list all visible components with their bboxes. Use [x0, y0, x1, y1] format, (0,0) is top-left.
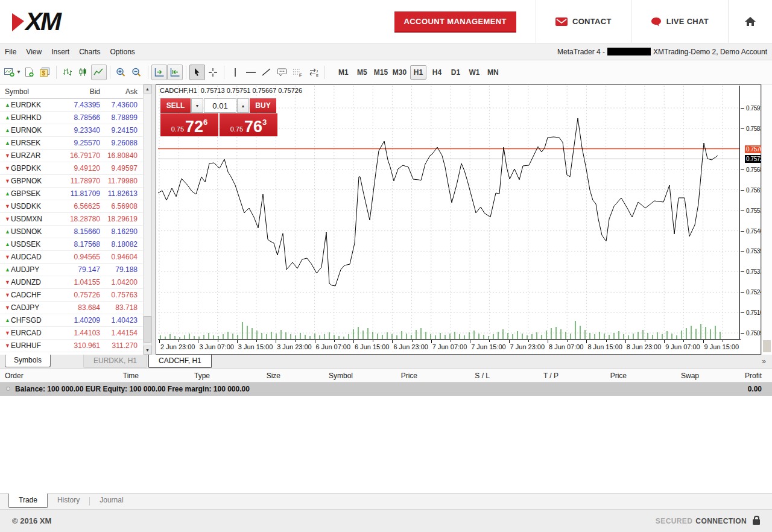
order-column-type[interactable]: Type — [139, 372, 210, 380]
crosshair-button[interactable] — [205, 65, 221, 80]
market-watch-row[interactable]: ▲USDNOK8.156608.16290 — [0, 226, 151, 238]
toolbar-divider — [56, 66, 57, 79]
market-watch-scrollbar[interactable]: ▲ ▼ — [143, 84, 151, 355]
zoom-out-button[interactable] — [129, 65, 145, 80]
buy-price-box[interactable]: 0.75 76 3 — [220, 113, 277, 136]
vertical-line-button[interactable] — [227, 65, 243, 80]
chart-tab-cadchf-h1[interactable]: CADCHF, H1 — [148, 355, 212, 368]
candlestick-chart-button[interactable] — [75, 65, 91, 80]
home-button[interactable] — [729, 0, 772, 43]
market-watch-row[interactable]: ▼EURCAD1.441031.44154 — [0, 327, 151, 340]
cursor-button[interactable] — [189, 65, 205, 80]
market-watch-row[interactable]: ▼CADCHF0.757260.75763 — [0, 289, 151, 302]
volume-down-button[interactable]: ▼ — [191, 98, 203, 113]
time-axis[interactable]: 2 Jun 23:003 Jun 07:003 Jun 15:003 Jun 2… — [158, 340, 741, 355]
market-watch-row[interactable]: ▼USDDKK6.566256.56908 — [0, 200, 151, 213]
order-column-symbol[interactable]: Symbol — [280, 372, 353, 380]
auto-scroll-button[interactable] — [151, 65, 167, 80]
order-column-size[interactable]: Size — [210, 372, 280, 380]
order-column-order[interactable]: Order — [0, 372, 72, 380]
timeframe-h1[interactable]: H1 — [410, 65, 426, 80]
market-watch-row[interactable]: ▼USDMXN18.2878018.29619 — [0, 213, 151, 226]
timeframe-mn[interactable]: MN — [485, 65, 501, 80]
market-watch-row[interactable]: ▲EURHKD8.785668.78899 — [0, 112, 151, 124]
new-page-button[interactable] — [22, 65, 37, 80]
column-symbol[interactable]: Symbol — [0, 87, 60, 96]
order-column-sl[interactable]: S / L — [417, 372, 490, 380]
timeframe-m15[interactable]: M15 — [373, 65, 389, 80]
timeframe-m1[interactable]: M1 — [335, 65, 352, 80]
order-column-price[interactable]: Price — [353, 372, 417, 380]
menu-view[interactable]: View — [21, 48, 46, 56]
live-chat-button[interactable]: LIVE CHAT — [631, 0, 728, 43]
fibonacci-button[interactable]: F — [290, 65, 306, 80]
market-watch-panel: Symbol Bid Ask ▲EURDKK7.433957.43600▲EUR… — [0, 84, 152, 355]
contact-button[interactable]: CONTACT — [536, 0, 631, 43]
timeframe-m5[interactable]: M5 — [354, 65, 370, 80]
market-watch-row[interactable]: ▲GBPSEK11.8170911.82613 — [0, 188, 151, 200]
order-column-swap[interactable]: Swap — [627, 372, 699, 380]
timeframe-w1[interactable]: W1 — [466, 65, 482, 80]
new-order-button[interactable]: $ — [37, 65, 53, 80]
scrollbar-thumb[interactable] — [144, 316, 151, 343]
symbols-tab[interactable]: Symbols — [5, 355, 51, 367]
sell-button[interactable]: SELL — [160, 98, 191, 113]
bid-value: 9.25570 — [60, 139, 100, 147]
chart-tab-eurdkk-h1[interactable]: EURDKK, H1 — [83, 355, 147, 368]
sell-price-box[interactable]: 0.75 72 6 — [160, 113, 218, 136]
market-watch-row[interactable]: ▲EURDKK7.433957.43600 — [0, 99, 151, 112]
volume-input[interactable]: 0.01 — [204, 98, 236, 113]
buy-button[interactable]: BUY — [250, 98, 276, 113]
column-ask[interactable]: Ask — [100, 87, 138, 96]
market-watch-row[interactable]: ▲EURSEK9.255709.26088 — [0, 137, 151, 150]
balance-row[interactable]: Balance: 100 000.00 EUR Equity: 100 000.… — [0, 382, 772, 396]
menu-file[interactable]: File — [0, 48, 21, 56]
contact-label: CONTACT — [572, 17, 612, 26]
menu-insert[interactable]: Insert — [46, 48, 74, 56]
volume-up-button[interactable]: ▲ — [237, 98, 249, 113]
market-watch-row[interactable]: ▲AUDJPY79.14779.188 — [0, 264, 151, 276]
market-watch-row[interactable]: ▼GBPDKK9.491209.49597 — [0, 162, 151, 175]
text-label-button[interactable] — [274, 65, 290, 80]
order-column-price[interactable]: Price — [558, 372, 627, 380]
line-chart-button[interactable] — [91, 65, 107, 80]
timeframe-m30[interactable]: M30 — [391, 65, 408, 80]
bar-chart-button[interactable] — [60, 65, 75, 80]
tab-journal[interactable]: Journal — [90, 494, 133, 507]
tab-trade[interactable]: Trade — [8, 493, 48, 508]
market-watch-row[interactable]: ▼CADJPY83.68483.718 — [0, 302, 151, 314]
horizontal-line-button[interactable] — [243, 65, 259, 80]
order-column-tp[interactable]: T / P — [490, 372, 558, 380]
balance-collapse-icon[interactable] — [6, 387, 10, 391]
menu-options[interactable]: Options — [106, 48, 140, 56]
bid-value: 11.81709 — [60, 189, 100, 198]
market-watch-row[interactable]: ▼EURHUF310.961311.270 — [0, 340, 151, 352]
timeframe-h4[interactable]: H4 — [429, 65, 445, 80]
market-watch-row[interactable]: ▼GBPNOK11.7897011.79980 — [0, 175, 151, 188]
more-tabs-button[interactable]: » — [762, 357, 766, 366]
cursor-icon — [192, 68, 201, 77]
market-watch-row[interactable]: ▲USDSEK8.175688.18082 — [0, 238, 151, 251]
order-column-time[interactable]: Time — [72, 372, 139, 380]
account-management-button[interactable]: ACCOUNT MANAGEMENT — [394, 11, 516, 31]
market-watch-row[interactable]: ▲CHFSGD1.402091.40423 — [0, 314, 151, 327]
new-chart-button[interactable]: ▼ — [4, 65, 22, 80]
market-watch-row[interactable]: ▼EURZAR16.7917016.80840 — [0, 150, 151, 162]
menu-charts[interactable]: Charts — [74, 48, 105, 56]
xm-logo[interactable]: XM — [12, 9, 60, 34]
chart-area[interactable]: CADCHF,H1 0.75713 0.75751 0.75667 0.7572… — [156, 84, 761, 355]
market-watch-row[interactable]: ▲EURNOK9.233409.24150 — [0, 124, 151, 137]
timeframe-d1[interactable]: D1 — [448, 65, 464, 80]
zoom-in-button[interactable] — [113, 65, 129, 80]
tab-history[interactable]: History — [48, 494, 89, 507]
trendline-button[interactable] — [259, 65, 274, 80]
objects-button[interactable]: J E — [306, 65, 321, 80]
chart-shift-button[interactable] — [167, 65, 183, 80]
market-watch-row[interactable]: ▼AUDNZD1.041551.04200 — [0, 276, 151, 289]
column-bid[interactable]: Bid — [60, 87, 100, 96]
order-column-profit[interactable]: Profit — [699, 372, 762, 380]
market-watch-row[interactable]: ▼AUDCAD0.945650.94604 — [0, 251, 151, 264]
scroll-up-button[interactable]: ▲ — [144, 84, 151, 93]
price-axis[interactable]: 0.759110.758370.757630.757260.756880.756… — [741, 85, 762, 341]
scroll-down-button[interactable]: ▼ — [144, 346, 151, 355]
